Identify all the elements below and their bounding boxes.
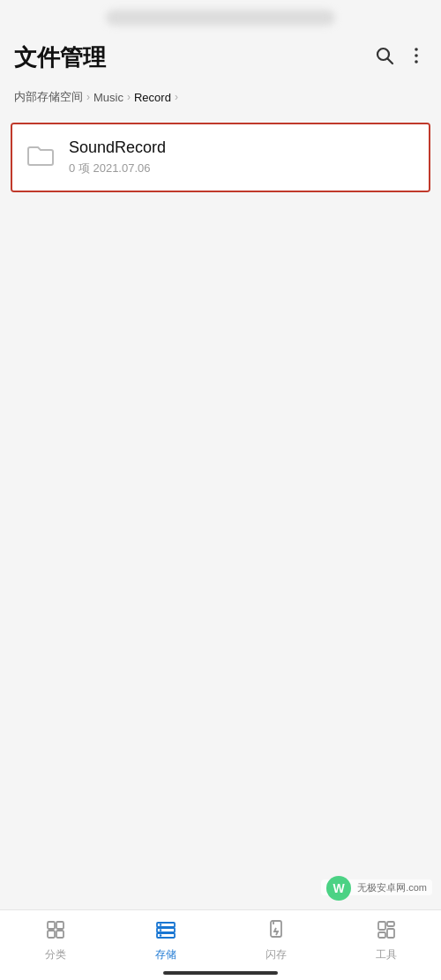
breadcrumb-item-storage[interactable]: 内部存储空间 bbox=[14, 89, 83, 105]
nav-label-category: 分类 bbox=[45, 947, 66, 962]
search-icon[interactable] bbox=[374, 45, 395, 71]
svg-rect-20 bbox=[387, 929, 394, 938]
breadcrumb-sep-1: › bbox=[86, 91, 90, 103]
nav-label-storage: 存储 bbox=[155, 947, 176, 962]
svg-line-1 bbox=[388, 58, 393, 64]
folder-meta: 0 项 2021.07.06 bbox=[69, 161, 166, 176]
watermark: W 无极安卓网.com bbox=[321, 876, 432, 901]
nav-item-category[interactable]: 分类 bbox=[0, 919, 110, 962]
storage-icon bbox=[155, 919, 176, 944]
svg-rect-18 bbox=[387, 922, 394, 926]
folder-name: SoundRecord bbox=[69, 138, 166, 157]
nav-label-flash: 闪存 bbox=[265, 947, 287, 962]
breadcrumb: 内部存储空间 › Music › Record › bbox=[0, 84, 441, 110]
status-bar-content bbox=[106, 10, 335, 26]
nav-indicator bbox=[163, 971, 278, 975]
svg-rect-5 bbox=[48, 922, 55, 929]
svg-rect-6 bbox=[56, 922, 64, 929]
svg-point-2 bbox=[415, 48, 418, 51]
category-icon bbox=[45, 919, 66, 944]
svg-rect-7 bbox=[48, 931, 55, 938]
breadcrumb-item-record[interactable]: Record bbox=[134, 91, 171, 104]
svg-point-3 bbox=[415, 54, 418, 57]
nav-label-tools: 工具 bbox=[376, 947, 397, 962]
status-bar bbox=[0, 0, 441, 35]
folder-item-soundrecord[interactable]: SoundRecord 0 项 2021.07.06 bbox=[12, 124, 429, 191]
svg-rect-8 bbox=[56, 931, 64, 938]
page-title: 文件管理 bbox=[14, 42, 106, 73]
nav-item-flash[interactable]: 闪存 bbox=[220, 919, 331, 962]
empty-content bbox=[0, 199, 441, 711]
nav-item-tools[interactable]: 工具 bbox=[331, 919, 441, 962]
breadcrumb-sep-3: › bbox=[175, 91, 178, 103]
svg-rect-19 bbox=[378, 932, 385, 938]
header: 文件管理 bbox=[0, 35, 441, 84]
watermark-text: W 无极安卓网.com bbox=[321, 879, 432, 895]
folder-icon bbox=[26, 143, 55, 172]
more-icon[interactable] bbox=[406, 45, 427, 71]
nav-item-storage[interactable]: 存储 bbox=[110, 919, 220, 962]
breadcrumb-sep-2: › bbox=[127, 91, 131, 103]
main-content: SoundRecord 0 项 2021.07.06 bbox=[0, 110, 441, 192]
header-actions bbox=[374, 45, 427, 71]
flash-icon bbox=[265, 919, 287, 944]
breadcrumb-item-music[interactable]: Music bbox=[93, 91, 123, 104]
watermark-logo: W bbox=[326, 876, 351, 901]
svg-rect-17 bbox=[378, 922, 385, 930]
folder-item-highlight: SoundRecord 0 项 2021.07.06 bbox=[11, 123, 430, 192]
bottom-nav: 分类 存储 闪存 bbox=[0, 909, 441, 980]
tools-icon bbox=[376, 919, 397, 944]
svg-point-4 bbox=[415, 60, 418, 64]
folder-info: SoundRecord 0 项 2021.07.06 bbox=[69, 138, 166, 176]
